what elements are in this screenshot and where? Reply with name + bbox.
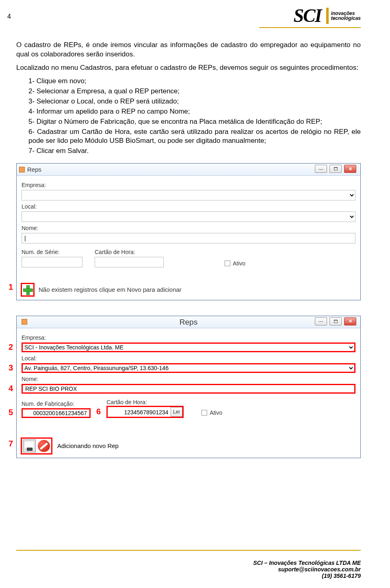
- close-button[interactable]: ✕: [344, 317, 356, 325]
- label-local: Local:: [22, 355, 355, 362]
- label-num-serie: Num. de Série:: [22, 248, 82, 256]
- maximize-button[interactable]: [329, 317, 342, 325]
- maximize-button[interactable]: [329, 165, 342, 173]
- status-text: Adicionando novo Rep: [57, 442, 119, 450]
- label-num-fab: Num. de Fabricação:: [22, 400, 91, 408]
- page-footer: SCI – Inovações Tecnológicas LTDA ME sup…: [253, 560, 361, 579]
- label-cartao: Cartão de Hora:: [106, 398, 184, 406]
- forbidden-icon: [38, 440, 50, 452]
- list-item: 7- Clicar em Salvar.: [28, 146, 361, 156]
- status-bar: Não existem registros clique em Novo par…: [17, 280, 360, 300]
- callout-4: 4: [9, 383, 13, 394]
- callout-1: 1: [9, 282, 13, 293]
- save-button[interactable]: [22, 439, 36, 453]
- num-serie-input[interactable]: [22, 257, 82, 267]
- cancel-button[interactable]: [37, 439, 51, 453]
- nome-input[interactable]: [22, 233, 355, 243]
- label-nome: Nome:: [22, 375, 355, 383]
- page-number: 4: [7, 13, 11, 20]
- ativo-checkbox[interactable]: [225, 261, 230, 266]
- label-empresa: Empresa:: [22, 334, 355, 342]
- callout-6: 6: [96, 406, 101, 417]
- header-divider: [259, 27, 361, 28]
- footer-email: suporte@sciinovacoes.com.br: [253, 566, 361, 573]
- label-cartao: Cartão de Hora:: [95, 248, 164, 256]
- cartao-input[interactable]: [95, 257, 164, 267]
- brand-tagline-1: inovações: [331, 11, 361, 16]
- app-icon: [22, 319, 27, 325]
- procedure-list: 1- Clique em novo; 2- Selecionar a Empre…: [16, 77, 361, 156]
- list-item: 6- Cadastrar um Cartão de Hora, este car…: [28, 127, 361, 146]
- label-ativo: Ativo: [233, 260, 245, 267]
- screenshot-reps-filled: Reps — ✕ Empresa: SCI - Inovações Tecnol…: [16, 316, 361, 459]
- brand-tagline-2: tecnológicas: [331, 16, 361, 21]
- label-empresa: Empresa:: [22, 181, 355, 189]
- window-title: Reps: [180, 317, 197, 327]
- paragraph-1: O cadastro de REPs, é onde iremos vincul…: [16, 41, 361, 59]
- close-button[interactable]: ✕: [344, 165, 356, 173]
- callout-7: 7: [9, 438, 13, 449]
- brand-header: SCI inovações tecnológicas: [259, 5, 361, 28]
- new-button[interactable]: [21, 283, 35, 297]
- status-bar: Adicionando novo Rep 7: [17, 434, 360, 458]
- cartao-input[interactable]: [108, 408, 171, 417]
- list-item: 4- Informar um apelido para o REP no cam…: [28, 107, 361, 116]
- callout-5: 5: [9, 407, 13, 418]
- local-select[interactable]: [22, 211, 355, 222]
- nome-input[interactable]: [22, 384, 355, 394]
- footer-phone: (19) 3561-6179: [253, 573, 361, 579]
- ler-button[interactable]: Ler: [171, 407, 182, 417]
- label-nome: Nome:: [22, 224, 355, 232]
- callout-3: 3: [9, 362, 13, 373]
- brand-logo-text: SCI: [293, 5, 321, 26]
- callout-2: 2: [9, 342, 13, 353]
- app-icon: [19, 167, 25, 172]
- list-item: 1- Clique em novo;: [28, 77, 361, 86]
- empresa-select[interactable]: SCI - Inovações Tecnológicas Ltda. ME: [22, 342, 355, 352]
- screenshot-reps-empty: Reps — ✕ Empresa: Local: Nome: Num. de S…: [16, 163, 361, 300]
- footer-company: SCI – Inovações Tecnológicas LTDA ME: [253, 560, 361, 566]
- window-title: Reps: [27, 166, 41, 174]
- footer-divider: [16, 550, 361, 551]
- label-ativo: Ativo: [210, 409, 222, 417]
- label-local: Local:: [22, 203, 355, 211]
- paragraph-2: Localizado no menu Cadastros, para efetu…: [16, 63, 361, 73]
- minimize-button[interactable]: —: [315, 317, 327, 325]
- brand-bar-icon: [326, 8, 329, 24]
- minimize-button[interactable]: —: [315, 165, 327, 173]
- floppy-disk-icon: [23, 439, 36, 452]
- window-titlebar: Reps — ✕: [17, 316, 360, 328]
- local-select[interactable]: Av. Painguás, 827, Centro, Pirassununga/…: [22, 363, 355, 373]
- list-item: 5- Digitar o Número de Fabricação, que s…: [28, 117, 361, 127]
- status-text: Não existem registros clique em Novo par…: [39, 286, 182, 294]
- num-fabricacao-input[interactable]: [22, 408, 91, 418]
- list-item: 3- Selecionar o Local, onde o REP será u…: [28, 97, 361, 106]
- ativo-checkbox[interactable]: [202, 410, 207, 416]
- empresa-select[interactable]: [22, 190, 355, 200]
- list-item: 2- Selecionar a Empresa, a qual o REP pe…: [28, 87, 361, 96]
- window-titlebar: Reps — ✕: [17, 164, 360, 176]
- plus-icon: [22, 284, 33, 295]
